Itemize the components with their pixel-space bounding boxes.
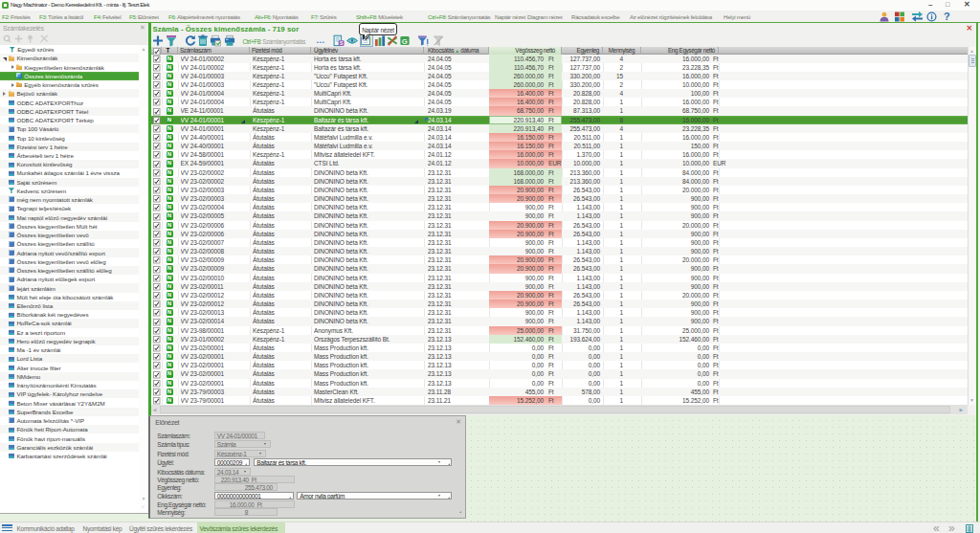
svg-text:?: ? bbox=[944, 11, 950, 22]
svg-text:G: G bbox=[402, 36, 408, 45]
